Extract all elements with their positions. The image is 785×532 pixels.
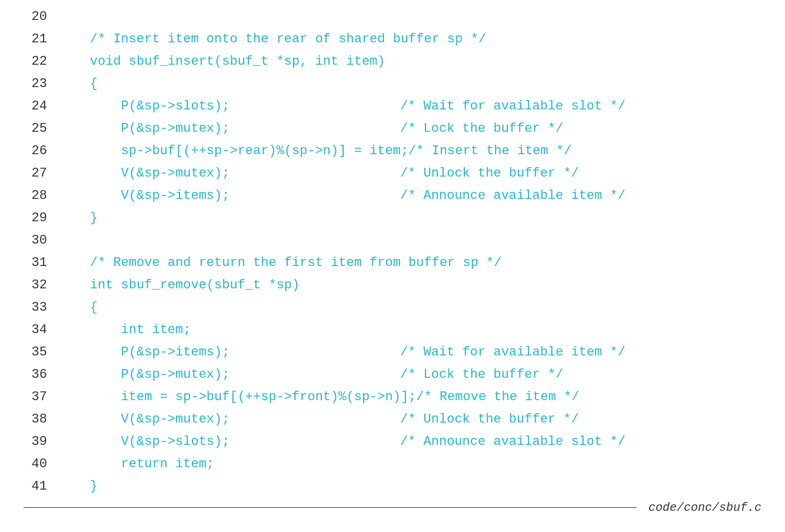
table-row: 41 } — [24, 476, 761, 498]
table-row: 40 return item; — [24, 453, 761, 476]
code-text: V(&sp->slots); — [59, 431, 400, 453]
line-number: 33 — [24, 297, 59, 319]
footer: code/conc/sbuf.c — [24, 501, 761, 514]
comment-text: /* Lock the buffer */ — [400, 118, 563, 140]
table-row: 39 V(&sp->slots);/* Announce available s… — [24, 431, 761, 453]
table-row: 29 } — [24, 207, 761, 230]
comment-text: /* Insert the item */ — [408, 140, 571, 162]
table-row: 31 /* Remove and return the first item f… — [24, 252, 761, 274]
comment-text: /* Lock the buffer */ — [400, 364, 563, 386]
comment-text: /* Announce available slot */ — [400, 431, 626, 453]
code-text: V(&sp->mutex); — [59, 162, 400, 185]
code-block: 2021 /* Insert item onto the rear of sha… — [0, 6, 785, 498]
line-content-with-comment: sp->buf[(++sp->rear)%(sp->n)] = item;/* … — [59, 140, 761, 162]
line-number: 25 — [24, 118, 59, 140]
comment-text: /* Wait for available item */ — [400, 341, 626, 364]
table-row: 24 P(&sp->slots);/* Wait for available s… — [24, 95, 761, 118]
line-number: 29 — [24, 207, 59, 230]
line-number: 20 — [24, 6, 59, 28]
table-row: 38 V(&sp->mutex);/* Unlock the buffer */ — [24, 408, 761, 431]
table-row: 23 { — [24, 73, 761, 95]
code-text: int item; — [59, 319, 761, 341]
code-text: { — [59, 297, 761, 319]
table-row: 20 — [24, 6, 761, 28]
comment-text: /* Unlock the buffer */ — [400, 408, 579, 431]
line-number: 22 — [24, 51, 59, 73]
table-row: 22 void sbuf_insert(sbuf_t *sp, int item… — [24, 51, 761, 73]
line-number: 30 — [24, 230, 59, 252]
line-number: 40 — [24, 453, 59, 476]
table-row: 28 V(&sp->items);/* Announce available i… — [24, 185, 761, 207]
table-row: 25 P(&sp->mutex);/* Lock the buffer */ — [24, 118, 761, 140]
table-row: 32 int sbuf_remove(sbuf_t *sp) — [24, 274, 761, 297]
line-content-with-comment: item = sp->buf[(++sp->front)%(sp->n)];/*… — [59, 386, 761, 408]
code-text: /* Insert item onto the rear of shared b… — [59, 28, 761, 51]
code-text: V(&sp->mutex); — [59, 408, 400, 431]
line-content-with-comment: V(&sp->mutex);/* Unlock the buffer */ — [59, 162, 761, 185]
table-row: 30 — [24, 230, 761, 252]
code-text: } — [59, 476, 761, 498]
table-row: 27 V(&sp->mutex);/* Unlock the buffer */ — [24, 162, 761, 185]
comment-text: /* Remove the item */ — [416, 386, 579, 408]
line-number: 37 — [24, 386, 59, 408]
line-number: 32 — [24, 274, 59, 297]
table-row: 34 int item; — [24, 319, 761, 341]
code-text: P(&sp->mutex); — [59, 118, 400, 140]
code-text: /* Remove and return the first item from… — [59, 252, 761, 274]
line-number: 26 — [24, 140, 59, 162]
line-number: 34 — [24, 319, 59, 341]
code-text: sp->buf[(++sp->rear)%(sp->n)] = item; — [59, 140, 408, 162]
footer-filename: code/conc/sbuf.c — [648, 501, 761, 514]
line-number: 41 — [24, 476, 59, 498]
code-text: } — [59, 207, 761, 230]
line-number: 39 — [24, 431, 59, 453]
code-text: P(&sp->mutex); — [59, 364, 400, 386]
line-content-with-comment: V(&sp->mutex);/* Unlock the buffer */ — [59, 408, 761, 431]
line-content-with-comment: P(&sp->mutex);/* Lock the buffer */ — [59, 118, 761, 140]
line-content-with-comment: P(&sp->items);/* Wait for available item… — [59, 341, 761, 364]
code-text: V(&sp->items); — [59, 185, 400, 207]
code-text: int sbuf_remove(sbuf_t *sp) — [59, 274, 761, 297]
footer-separator — [24, 507, 637, 508]
code-text: return item; — [59, 453, 761, 476]
code-text: void sbuf_insert(sbuf_t *sp, int item) — [59, 51, 761, 73]
comment-text: /* Announce available item */ — [400, 185, 626, 207]
line-content-with-comment: V(&sp->slots);/* Announce available slot… — [59, 431, 761, 453]
line-content-with-comment: V(&sp->items);/* Announce available item… — [59, 185, 761, 207]
table-row: 26 sp->buf[(++sp->rear)%(sp->n)] = item;… — [24, 140, 761, 162]
table-row: 35 P(&sp->items);/* Wait for available i… — [24, 341, 761, 364]
code-text: { — [59, 73, 761, 95]
table-row: 37 item = sp->buf[(++sp->front)%(sp->n)]… — [24, 386, 761, 408]
code-text: item = sp->buf[(++sp->front)%(sp->n)]; — [59, 386, 416, 408]
line-number: 36 — [24, 364, 59, 386]
table-row: 33 { — [24, 297, 761, 319]
line-number: 21 — [24, 28, 59, 51]
table-row: 21 /* Insert item onto the rear of share… — [24, 28, 761, 51]
line-number: 38 — [24, 408, 59, 431]
code-text: P(&sp->items); — [59, 341, 400, 364]
line-number: 24 — [24, 95, 59, 118]
comment-text: /* Wait for available slot */ — [400, 95, 626, 118]
line-number: 35 — [24, 341, 59, 364]
comment-text: /* Unlock the buffer */ — [400, 162, 579, 185]
line-number: 23 — [24, 73, 59, 95]
line-content-with-comment: P(&sp->slots);/* Wait for available slot… — [59, 95, 761, 118]
table-row: 36 P(&sp->mutex);/* Lock the buffer */ — [24, 364, 761, 386]
code-text: P(&sp->slots); — [59, 95, 400, 118]
line-content-with-comment: P(&sp->mutex);/* Lock the buffer */ — [59, 364, 761, 386]
line-number: 27 — [24, 162, 59, 185]
line-number: 28 — [24, 185, 59, 207]
line-number: 31 — [24, 252, 59, 274]
